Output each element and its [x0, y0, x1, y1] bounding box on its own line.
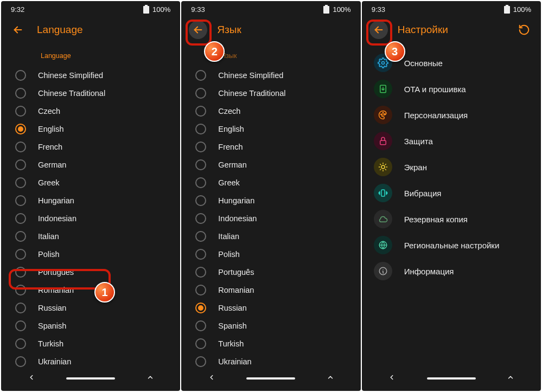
- settings-item[interactable]: Защита: [372, 128, 531, 154]
- nav-bar: [362, 369, 541, 391]
- language-option[interactable]: Chinese Simplified: [11, 66, 170, 84]
- language-option[interactable]: Romanian: [11, 281, 170, 299]
- settings-item[interactable]: OTA и прошивка: [372, 76, 531, 102]
- lock-icon: [374, 132, 392, 150]
- radio-icon: [195, 88, 206, 99]
- settings-item[interactable]: Региональные настройки: [372, 232, 531, 258]
- settings-item[interactable]: Экран: [372, 154, 531, 180]
- svg-point-3: [382, 112, 384, 113]
- language-label: Ukrainian: [38, 357, 71, 366]
- radio-icon: [195, 195, 206, 206]
- language-option[interactable]: English: [11, 120, 170, 138]
- battery-percent: 100%: [152, 5, 170, 14]
- nav-home-icon[interactable]: [246, 377, 295, 380]
- language-option[interactable]: Russian: [191, 299, 350, 317]
- page-title: Язык: [217, 24, 241, 36]
- sun-icon: [374, 158, 392, 176]
- language-option[interactable]: Spanish: [191, 317, 350, 335]
- nav-recents-icon[interactable]: [327, 374, 334, 383]
- radio-icon: [15, 70, 26, 81]
- language-label: German: [38, 160, 66, 169]
- language-option[interactable]: Turkish: [11, 335, 170, 352]
- language-option[interactable]: Chinese Traditional: [191, 84, 350, 102]
- language-option[interactable]: Ukrainian: [191, 352, 350, 369]
- language-option[interactable]: Greek: [191, 173, 350, 191]
- language-option[interactable]: Czech: [191, 102, 350, 120]
- radio-icon: [15, 338, 26, 349]
- language-label: Czech: [38, 107, 60, 115]
- radio-icon: [195, 106, 206, 117]
- language-label: Chinese Traditional: [218, 89, 285, 98]
- language-option[interactable]: Italian: [11, 227, 170, 245]
- nav-back-icon[interactable]: [208, 374, 215, 383]
- language-label: Chinese Traditional: [38, 89, 105, 98]
- arrow-left-icon: [12, 24, 24, 36]
- radio-icon: [15, 177, 26, 188]
- radio-icon: [195, 142, 206, 152]
- svg-point-6: [381, 165, 385, 169]
- language-label: Polish: [38, 250, 60, 259]
- reset-button[interactable]: [515, 21, 533, 39]
- battery-percent: 100%: [513, 5, 531, 14]
- nav-home-icon[interactable]: [427, 377, 476, 380]
- language-option[interactable]: English: [191, 120, 350, 138]
- nav-back-icon[interactable]: [28, 374, 35, 383]
- radio-icon: [195, 267, 206, 278]
- language-label: Romanian: [38, 286, 74, 294]
- gear-icon: [374, 54, 392, 72]
- settings-item[interactable]: Резервная копия: [372, 206, 531, 232]
- language-label: Português: [38, 268, 74, 277]
- settings-label: Региональные настройки: [404, 241, 500, 250]
- language-option[interactable]: Chinese Simplified: [191, 66, 350, 84]
- status-bar: 9:33 100%: [362, 1, 541, 17]
- language-option[interactable]: Italian: [191, 227, 350, 245]
- language-label: Ukrainian: [218, 357, 251, 366]
- back-button[interactable]: [369, 21, 388, 39]
- nav-home-icon[interactable]: [66, 377, 115, 380]
- nav-back-icon[interactable]: [388, 374, 396, 383]
- language-option[interactable]: Turkish: [191, 335, 350, 352]
- settings-item[interactable]: Персонализация: [372, 102, 531, 128]
- language-option[interactable]: German: [11, 156, 170, 173]
- language-list: Chinese SimplifiedChinese TraditionalCze…: [11, 66, 170, 369]
- language-option[interactable]: Polish: [191, 245, 350, 263]
- language-option[interactable]: French: [191, 138, 350, 156]
- settings-item[interactable]: Информация: [372, 258, 531, 284]
- language-option[interactable]: Chinese Traditional: [11, 84, 170, 102]
- language-option[interactable]: Polish: [11, 245, 170, 263]
- battery-icon: [323, 5, 330, 14]
- language-label: English: [218, 125, 244, 133]
- language-label: Czech: [218, 107, 240, 115]
- refresh-ccw-icon: [518, 24, 530, 36]
- language-option[interactable]: Spanish: [11, 317, 170, 335]
- vibrate-icon: [374, 184, 392, 202]
- language-option[interactable]: Ukrainian: [11, 352, 170, 369]
- language-option[interactable]: Czech: [11, 102, 170, 120]
- settings-label: Защита: [404, 137, 433, 146]
- language-label: Chinese Simplified: [38, 71, 103, 80]
- settings-item[interactable]: Основные: [372, 50, 531, 76]
- settings-item[interactable]: Вибрация: [372, 180, 531, 206]
- language-option[interactable]: Português: [11, 263, 170, 281]
- language-label: English: [38, 125, 64, 133]
- language-option[interactable]: German: [191, 156, 350, 173]
- language-option[interactable]: Hungarian: [11, 191, 170, 209]
- language-option[interactable]: Russian: [11, 299, 170, 317]
- nav-recents-icon[interactable]: [146, 374, 154, 383]
- back-button[interactable]: [9, 21, 27, 39]
- language-option[interactable]: French: [11, 138, 170, 156]
- language-option[interactable]: Hungarian: [191, 191, 350, 209]
- language-option[interactable]: Greek: [11, 173, 170, 191]
- svg-rect-5: [380, 140, 386, 145]
- language-option[interactable]: Romanian: [191, 281, 350, 299]
- language-label: French: [218, 143, 243, 151]
- radio-icon: [195, 159, 206, 170]
- language-option[interactable]: Indonesian: [11, 209, 170, 227]
- nav-recents-icon[interactable]: [507, 374, 514, 383]
- radio-icon: [195, 285, 206, 295]
- back-button[interactable]: [189, 21, 207, 39]
- svg-point-0: [381, 62, 384, 65]
- app-bar: Язык: [181, 17, 360, 42]
- language-option[interactable]: Indonesian: [191, 209, 350, 227]
- language-option[interactable]: Português: [191, 263, 350, 281]
